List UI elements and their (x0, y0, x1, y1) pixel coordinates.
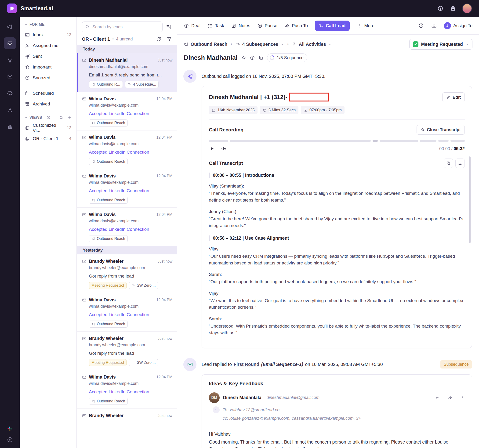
reply-event: Lead replied to First Round (Email Seque… (183, 358, 472, 448)
play-circle-icon[interactable] (7, 436, 13, 443)
assign-to-button[interactable]: Assign To (444, 22, 472, 29)
filter-icon[interactable] (166, 36, 172, 42)
sidebar-item-sent[interactable]: Sent (22, 51, 74, 62)
lead-list-item[interactable]: Wilma Davis 12:04 PM wilma.davis@example… (77, 169, 177, 208)
email-card: Ideas & Key Feedback DM Dinesh Madanlala… (202, 374, 472, 448)
rail-item-analytics[interactable] (4, 120, 16, 132)
lead-list-item[interactable]: Wilma Davis 12:04 PM wilma.davis@example… (77, 370, 177, 409)
user-avatar[interactable] (462, 4, 472, 13)
lead-list-scroll[interactable]: Today Dinesh Madhanlal Just now dineshma… (77, 45, 177, 448)
subsequences-filter[interactable]: 4 Subsequences (235, 42, 284, 47)
audio-waveform[interactable] (209, 140, 465, 142)
sidebar-view-customized[interactable]: Customized Vi...12 (22, 123, 74, 133)
envelope-icon (82, 375, 86, 380)
reply-event-heading: Lead replied to First Round (Email Seque… (202, 358, 472, 371)
lead-list-panel: OR - Client 1 • 4 unread Today Dinesh Ma… (77, 17, 177, 448)
sequence-progress-pill[interactable]: 1/5 Sequence (267, 53, 307, 62)
smartlead-logo[interactable] (7, 4, 17, 13)
sidebar-item-assigned-me[interactable]: Assigned me (22, 40, 74, 51)
rail-item-email-accounts[interactable] (4, 70, 16, 83)
download-transcript-button[interactable] (455, 158, 465, 168)
search-input[interactable] (82, 21, 163, 32)
play-icon[interactable] (209, 146, 215, 152)
sidebar-item-inbox[interactable]: Inbox12 (22, 29, 74, 40)
sidebar-view-or-client-1[interactable]: OR - Client 14 (22, 133, 74, 144)
dollar-icon (184, 23, 189, 28)
edit-button[interactable]: Edit (442, 92, 465, 102)
lead-list-item[interactable]: Wilma Davis 12:04 PM wilma.davis@example… (77, 92, 177, 131)
lead-list-item[interactable]: Wilma Davis 12:04 PM wilma.davis@example… (77, 208, 177, 246)
rail-item-integrations[interactable] (4, 87, 16, 99)
activity-timeline[interactable]: Outbound call logged on 16 Nov, 2025, 07… (177, 66, 479, 448)
copy-icon (446, 161, 451, 165)
volume-icon[interactable] (221, 146, 227, 152)
transcript-scrollbar[interactable] (469, 156, 471, 243)
unread-count: 4 unread (116, 37, 133, 42)
reply-icon[interactable] (435, 395, 440, 400)
search-icon[interactable] (59, 116, 63, 120)
pause-icon (257, 23, 262, 28)
sort-icon[interactable] (166, 24, 172, 30)
kebab-icon (357, 23, 362, 28)
forward-icon[interactable] (447, 395, 452, 400)
views-header[interactable]: VIEWS (22, 114, 74, 123)
rail-item-campaigns[interactable] (4, 20, 16, 33)
envelope-icon (82, 58, 86, 63)
clock-icon (263, 108, 267, 112)
sidebar-item-scheduled[interactable]: Scheduled (22, 88, 74, 99)
push-to-button[interactable]: Push To (284, 23, 308, 28)
sidebar-item-archived[interactable]: Archived (22, 99, 74, 109)
plus-icon[interactable] (68, 116, 72, 120)
kebab-icon[interactable] (460, 395, 465, 400)
copy-transcript-button[interactable] (444, 158, 453, 168)
pause-button[interactable]: Pause (257, 23, 277, 28)
lead-list-item[interactable]: Wilma Davis 12:04 PM wilma.davis@example… (77, 293, 177, 332)
for-me-header[interactable]: FOR ME (22, 21, 74, 29)
transcript-block: Sarah: "Our platform supports both polli… (209, 272, 465, 285)
lead-tag: Outbound Reach (89, 158, 128, 165)
snooze-icon[interactable] (418, 23, 424, 28)
transcript-speaker: Sarah: (209, 316, 465, 322)
lead-list-item[interactable]: Brandy Wheeler Just now brandy.wheeler@e… (77, 254, 177, 293)
lead-time: 12:04 PM (156, 135, 172, 140)
rail-item-leads[interactable] (4, 54, 16, 66)
first-round-link[interactable]: First Round (234, 362, 259, 367)
rail-item-clients[interactable] (4, 104, 16, 116)
gift-icon[interactable] (450, 5, 456, 12)
lead-tags: Meeting Requested SW Zero ... (89, 359, 172, 366)
transcript[interactable]: 00:00 – 00:55 | Introductions Vijay (Sma… (209, 172, 465, 336)
star-icon[interactable] (241, 55, 246, 60)
lead-list-item[interactable]: Dinesh Madhanlal Just now dineshmadhanla… (77, 53, 177, 92)
deal-button[interactable]: Deal (184, 23, 200, 28)
sidebar-item-snoozed[interactable]: Snoozed (22, 72, 74, 83)
help-icon[interactable] (437, 5, 443, 12)
campaign-filter[interactable]: Outbound Reach (184, 42, 227, 47)
sender-email: dineshmadanlal@gmail.com (267, 395, 319, 400)
task-button[interactable]: Task (207, 23, 224, 28)
lead-email: wilma.davis@example.com (89, 381, 172, 386)
more-button[interactable]: More (357, 23, 374, 28)
transcript-block: Sarah: "Understood. With Prismatic’s emb… (209, 316, 465, 336)
sidebar-item-important[interactable]: Important (22, 62, 74, 72)
lead-tags: Outbound Reach (89, 398, 172, 405)
expand-recipients-button[interactable] (213, 406, 220, 413)
rail-item-master-inbox[interactable] (4, 37, 16, 49)
close-transcript-button[interactable]: Close Transcript (417, 125, 465, 135)
copy-icon[interactable] (259, 55, 264, 60)
transcript-speaker: Sarah: (209, 272, 465, 277)
info-icon[interactable] (250, 55, 255, 60)
call-lead-button[interactable]: Call Lead (315, 20, 350, 31)
chevron-down-icon (280, 43, 284, 46)
lead-list-item[interactable]: Brandy Wheeler Just now (77, 409, 177, 422)
lead-status-select[interactable]: Meeting Requested (409, 39, 472, 50)
lead-list-item[interactable]: Brandy Wheeler Just now brandy.wheeler@e… (77, 332, 177, 370)
lead-list-item[interactable]: Wilma Davis 12:04 PM wilma.davis@example… (77, 131, 177, 169)
activities-filter[interactable]: All Activities (292, 42, 331, 47)
archive-download-icon[interactable] (431, 23, 437, 28)
notes-button[interactable]: Notes (231, 23, 250, 28)
to-recipients: To: vaibhav.12@smartlead.co (223, 407, 279, 412)
slack-icon[interactable] (7, 426, 13, 432)
call-date-badge: 16th November 2025 (209, 106, 258, 114)
chevron-down-icon (24, 116, 28, 119)
refresh-icon[interactable] (156, 36, 161, 42)
